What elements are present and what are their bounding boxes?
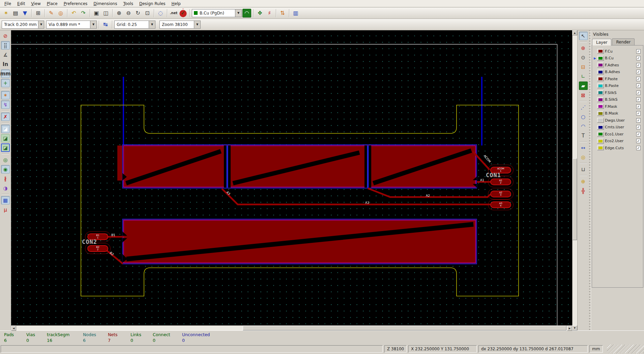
layer-row-fsilks[interactable]: F.SilkS xyxy=(593,89,642,96)
menu-dimensions[interactable]: Dimensions xyxy=(90,1,120,7)
hide-zones-icon[interactable]: ◪ xyxy=(1,134,10,142)
comment-line-left[interactable] xyxy=(123,77,124,146)
zoom-out-icon[interactable]: ⊖ xyxy=(124,9,133,18)
layer-color-button[interactable] xyxy=(597,63,604,67)
page-settings-icon[interactable]: ⊞ xyxy=(34,9,42,18)
layer-visibility-checkbox[interactable] xyxy=(636,84,641,88)
add-track-icon[interactable]: ∟ xyxy=(579,72,588,81)
layer-selector[interactable]: B.Cu (PgDn) ▼ xyxy=(192,9,242,17)
horizontal-scrollbar[interactable]: ◀ ▶ xyxy=(11,325,572,330)
scroll-left-icon[interactable]: ◀ xyxy=(11,326,16,331)
scroll-down-icon[interactable]: ▼ xyxy=(572,325,577,330)
zones-outline-icon[interactable]: ◪ xyxy=(1,143,10,152)
layer-color-button[interactable] xyxy=(597,146,604,150)
module-viewer-icon[interactable]: ◎ xyxy=(56,9,65,18)
menu-tools[interactable]: Tools xyxy=(120,1,136,7)
layer-visibility-checkbox[interactable] xyxy=(636,70,641,74)
high-contrast-icon[interactable]: ◑ xyxy=(1,184,10,192)
add-circle-icon[interactable]: ○ xyxy=(579,112,588,121)
drc-off-icon[interactable]: ⊘ xyxy=(1,32,10,40)
find-icon[interactable]: ◌ xyxy=(156,9,165,18)
layer-row-bcu[interactable]: ▶ B.Cu xyxy=(593,55,642,62)
tab-layer[interactable]: Layer xyxy=(592,39,611,45)
con1-reference[interactable]: CON1 xyxy=(486,172,501,179)
footprint-mode-icon[interactable]: ✥ xyxy=(256,9,264,18)
layer-color-button[interactable] xyxy=(597,139,604,143)
documentation-icon[interactable]: ▥ xyxy=(291,9,300,18)
vias-sketch-icon[interactable]: ◉ xyxy=(1,165,10,173)
microwave-tools-icon[interactable]: µ xyxy=(1,205,10,214)
layer-color-button[interactable] xyxy=(597,49,604,54)
pad-con1-3[interactable]: A2 3 xyxy=(490,191,511,197)
layer-visibility-checkbox[interactable] xyxy=(636,77,641,81)
units-inch-icon[interactable]: In xyxy=(1,60,10,68)
menu-place[interactable]: Place xyxy=(44,1,61,7)
track-mode-icon[interactable]: ♯ xyxy=(265,9,274,18)
layer-row-bsilks[interactable]: B.SilkS xyxy=(593,96,642,103)
pad-con1-2[interactable]: A1 2 xyxy=(490,179,511,185)
layer-row-cmts[interactable]: Cmts.User xyxy=(593,124,642,131)
grid-origin-icon[interactable]: ╬ xyxy=(579,187,588,195)
layer-visibility-checkbox[interactable] xyxy=(636,91,641,95)
layer-row-eco1[interactable]: Eco1.User xyxy=(593,131,642,138)
zoom-fit-icon[interactable]: ⊡ xyxy=(143,9,152,18)
zoom-select[interactable]: Zoom 38100 ▼ xyxy=(159,21,201,29)
layer-color-button[interactable] xyxy=(597,132,604,136)
scroll-up-icon[interactable]: ▲ xyxy=(572,30,577,35)
zoom-dropdown-icon[interactable]: ▼ xyxy=(194,21,200,28)
auto-track-width-icon[interactable]: ↹ xyxy=(101,20,110,29)
layer-row-badhes[interactable]: B.Adhes xyxy=(593,69,642,76)
add-arc-icon[interactable]: ◠ xyxy=(579,122,588,130)
pads-sketch-icon[interactable]: ◎ xyxy=(1,156,10,164)
track-b2[interactable] xyxy=(107,251,123,264)
add-line-icon[interactable]: ⋰ xyxy=(579,103,588,111)
polar-coords-icon[interactable]: ∡ xyxy=(1,51,10,59)
layer-visibility-checkbox[interactable] xyxy=(636,146,641,150)
show-filled-zones-icon[interactable]: ◪ xyxy=(1,125,10,133)
module-editor-icon[interactable]: ✎ xyxy=(47,9,56,18)
cursor-shape-icon[interactable]: + xyxy=(1,79,10,87)
menu-file[interactable]: File xyxy=(1,1,14,7)
add-dimension-icon[interactable]: ↔ xyxy=(579,143,588,152)
open-board-icon[interactable]: ▤ xyxy=(11,9,20,18)
zoom-in-icon[interactable]: ⊕ xyxy=(115,9,123,18)
layer-color-button[interactable] xyxy=(597,104,604,109)
via-display-mode-icon[interactable]: ◠ xyxy=(242,9,251,18)
layer-selector-dropdown-icon[interactable]: ▼ xyxy=(235,9,241,17)
track-width-dropdown-icon[interactable]: ▼ xyxy=(38,21,44,28)
new-board-icon[interactable]: ✶ xyxy=(2,9,10,18)
track-width-select[interactable]: Track 0.200 mm * ▼ xyxy=(2,21,44,29)
pad-con2-2[interactable]: B2 2 xyxy=(87,245,108,252)
horizontal-scroll-thumb[interactable] xyxy=(243,326,566,330)
layer-visibility-checkbox[interactable] xyxy=(636,97,641,102)
add-footprint-icon[interactable]: ⊟ xyxy=(579,63,588,71)
layer-color-button[interactable] xyxy=(597,56,604,61)
pad-con1-4[interactable]: A3 4 xyxy=(490,201,511,208)
grid-dropdown-icon[interactable]: ▼ xyxy=(149,21,155,28)
layer-visibility-checkbox[interactable] xyxy=(636,132,641,136)
layer-row-edgecuts[interactable]: Edge.Cuts xyxy=(593,144,642,152)
units-mm-icon[interactable]: mm xyxy=(1,69,10,78)
netlist-icon[interactable]: .net xyxy=(169,9,178,18)
redo-icon[interactable]: ↷ xyxy=(79,9,88,18)
con2-reference[interactable]: CON2 xyxy=(82,238,97,245)
layer-color-button[interactable] xyxy=(597,84,604,88)
local-ratsnest-icon[interactable]: ⊙ xyxy=(579,53,588,62)
layer-row-fmask[interactable]: F.Mask xyxy=(593,103,642,110)
layer-visibility-checkbox[interactable] xyxy=(636,104,641,109)
grid-visibility-icon[interactable]: ⣿ xyxy=(1,41,10,50)
highlight-net-icon[interactable]: ⊛ xyxy=(579,44,588,52)
menu-design-rules[interactable]: Design Rules xyxy=(136,1,169,7)
swap-layers-icon[interactable]: ⇅ xyxy=(278,9,287,18)
tab-render[interactable]: Render xyxy=(612,38,635,45)
layer-color-button[interactable] xyxy=(597,111,604,116)
drill-origin-icon[interactable]: ⊕ xyxy=(579,177,588,186)
pcb-canvas[interactable]: ACOM 1 A1 2 A2 3 A3 4 CON1 B1 1 xyxy=(11,30,572,325)
comment-line-right[interactable] xyxy=(481,77,482,146)
menu-edit[interactable]: Edit xyxy=(14,1,28,7)
layer-row-fpaste[interactable]: F.Paste xyxy=(593,75,642,83)
layer-color-button[interactable] xyxy=(597,70,604,74)
layer-row-fadhes[interactable]: F.Adhes xyxy=(593,62,642,69)
layers-manager-toggle-icon[interactable]: ▦ xyxy=(1,196,10,204)
layer-color-button[interactable] xyxy=(597,97,604,102)
